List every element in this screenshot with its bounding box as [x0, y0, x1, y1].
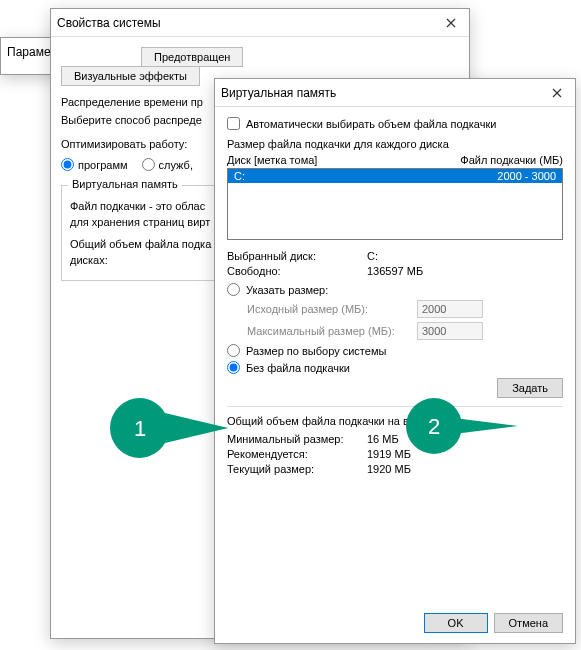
disk-list-header: Диск [метка тома] Файл подкачки (МБ): [227, 154, 563, 166]
size-each-disk-label: Размер файла подкачки для каждого диска: [227, 138, 563, 150]
auto-manage-checkbox[interactable]: Автоматически выбирать объем файла подка…: [227, 117, 563, 130]
current-size-row: Текущий размер: 1920 МБ: [227, 463, 563, 475]
radio-services[interactable]: служб,: [142, 158, 193, 171]
window-title: Свойства системы: [57, 16, 439, 30]
min-value: 16 МБ: [367, 433, 399, 445]
free-space-row: Свободно: 136597 МБ: [227, 265, 563, 277]
radio-services-input[interactable]: [142, 158, 155, 171]
close-icon[interactable]: [545, 84, 569, 102]
col-pagefile: Файл подкачки (МБ): [460, 154, 563, 166]
initial-size-label: Исходный размер (МБ):: [247, 303, 417, 315]
auto-manage-label: Автоматически выбирать объем файла подка…: [246, 118, 496, 130]
radio-custom-label: Указать размер:: [246, 284, 328, 296]
radio-system-input[interactable]: [227, 344, 240, 357]
selected-disk-value: C:: [367, 250, 378, 262]
radio-no-pagefile[interactable]: Без файла подкачки: [227, 361, 563, 374]
cur-value: 1920 МБ: [367, 463, 411, 475]
callout-1: 1: [110, 398, 230, 458]
auto-manage-input[interactable]: [227, 117, 240, 130]
disk-pagefile-value: 2000 - 3000: [497, 170, 556, 182]
max-size-input[interactable]: [417, 322, 483, 340]
close-icon[interactable]: [439, 14, 463, 32]
free-label: Свободно:: [227, 265, 367, 277]
initial-size-input[interactable]: [417, 300, 483, 318]
disk-row-selected[interactable]: C: 2000 - 3000: [228, 169, 562, 183]
cur-label: Текущий размер:: [227, 463, 367, 475]
tab-visual-effects[interactable]: Визуальные эффекты: [61, 66, 200, 86]
vm-legend: Виртуальная память: [68, 178, 182, 190]
set-button[interactable]: Задать: [497, 378, 563, 398]
selected-disk-label: Выбранный диск:: [227, 250, 367, 262]
ok-button[interactable]: OK: [424, 613, 488, 633]
initial-size-row: Исходный размер (МБ):: [247, 300, 563, 318]
callout-number: 2: [428, 414, 440, 439]
titlebar: Свойства системы: [51, 9, 469, 37]
disk-name: C:: [234, 170, 497, 182]
radio-none-label: Без файла подкачки: [246, 362, 350, 374]
svg-marker-3: [454, 418, 518, 434]
titlebar: Виртуальная память: [215, 79, 575, 107]
radio-programs-input[interactable]: [61, 158, 74, 171]
radio-programs-label: программ: [78, 159, 128, 171]
disk-list[interactable]: C: 2000 - 3000: [227, 168, 563, 240]
rec-label: Рекомендуется:: [227, 448, 367, 460]
callout-number: 1: [134, 416, 146, 441]
radio-custom-size[interactable]: Указать размер:: [227, 283, 563, 296]
free-value: 136597 МБ: [367, 265, 423, 277]
max-size-row: Максимальный размер (МБ):: [247, 322, 563, 340]
virtual-memory-window: Виртуальная память Автоматически выбират…: [214, 78, 576, 644]
cancel-button[interactable]: Отмена: [494, 613, 563, 633]
radio-programs[interactable]: программ: [61, 158, 128, 171]
radio-none-input[interactable]: [227, 361, 240, 374]
radio-custom-input[interactable]: [227, 283, 240, 296]
col-disk: Диск [метка тома]: [227, 154, 460, 166]
min-label: Минимальный размер:: [227, 433, 367, 445]
tab-row-1: Предотвращен: [61, 47, 459, 67]
tab-prevention[interactable]: Предотвращен: [141, 47, 243, 67]
max-size-label: Максимальный размер (МБ):: [247, 325, 417, 337]
callout-2: 2: [404, 396, 524, 456]
selected-disk-row: Выбранный диск: C:: [227, 250, 563, 262]
window-title: Виртуальная память: [221, 86, 545, 100]
radio-system-label: Размер по выбору системы: [246, 345, 386, 357]
dialog-buttons: OK Отмена: [424, 613, 563, 633]
radio-services-label: служб,: [159, 159, 193, 171]
radio-system-managed[interactable]: Размер по выбору системы: [227, 344, 563, 357]
